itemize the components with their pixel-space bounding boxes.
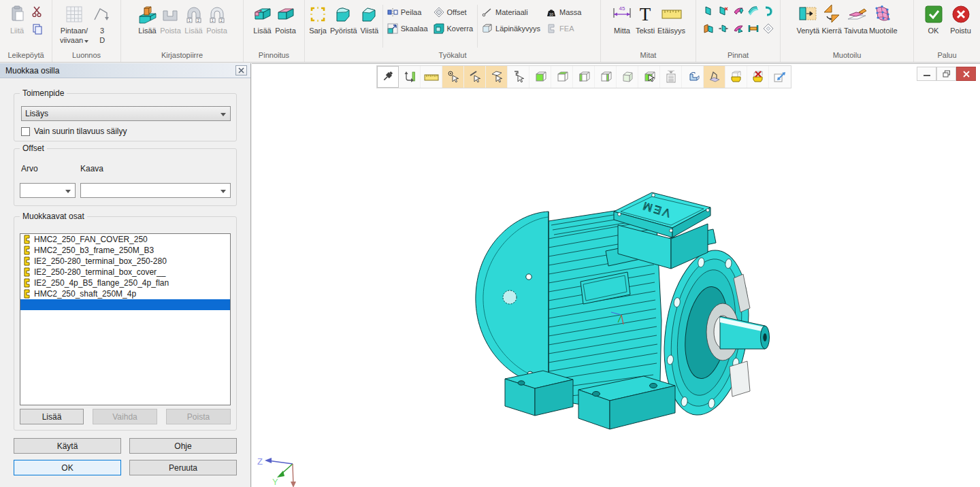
list-item[interactable]: HMC2_250_b3_frame_250M_B3 bbox=[20, 245, 230, 256]
materiaali-button[interactable]: Materiaali bbox=[479, 5, 543, 20]
dialog-cancel-button[interactable]: Peruuta bbox=[129, 460, 237, 475]
surface-extend-button[interactable] bbox=[717, 21, 730, 36]
show-solid-button[interactable] bbox=[529, 66, 551, 88]
viista-button[interactable]: Viistä bbox=[358, 2, 381, 36]
copy-button[interactable] bbox=[29, 22, 46, 37]
coating-add-button[interactable]: Lisää bbox=[251, 2, 274, 36]
group-label-surfaces: Pinnat bbox=[696, 50, 780, 62]
snap-edge-button[interactable] bbox=[464, 66, 486, 88]
apply-button[interactable]: Käytä bbox=[14, 438, 121, 454]
list-item-selected[interactable] bbox=[20, 299, 230, 310]
library-add-button[interactable]: Lisää bbox=[136, 2, 159, 36]
parts-list[interactable]: HMC2_250_FAN_COVER_250 HMC2_250_b3_frame… bbox=[20, 233, 231, 405]
poistu-label: Poistu bbox=[950, 27, 971, 35]
poistu-button[interactable]: Poistu bbox=[949, 2, 973, 36]
ribbon-group-shaping: Venytä Kierrä Taivuta Muotoile bbox=[781, 0, 914, 62]
surface-icon bbox=[703, 5, 714, 16]
parts-group-label: Muokkaavat osat bbox=[20, 212, 87, 221]
select-side-face-button[interactable] bbox=[573, 66, 595, 88]
library-add2-label: Lisää bbox=[184, 27, 202, 35]
library-remove2-button[interactable]: 12 Poista bbox=[206, 2, 229, 36]
pick-direction-button[interactable] bbox=[399, 66, 421, 88]
material-icon bbox=[482, 7, 493, 18]
ruler-toolbar-button[interactable] bbox=[421, 66, 442, 88]
mitta-label: Mitta bbox=[614, 27, 630, 35]
surface-frame-button[interactable] bbox=[747, 21, 760, 36]
library-remove-button[interactable]: Poista bbox=[159, 2, 182, 36]
surface-trim-button[interactable] bbox=[732, 21, 745, 36]
mitta-button[interactable]: 45 Mitta bbox=[610, 2, 634, 36]
mirror-icon bbox=[387, 7, 398, 18]
cut-button[interactable] bbox=[29, 4, 46, 19]
list-item[interactable]: HMC2_250_FAN_COVER_250 bbox=[20, 234, 230, 245]
dialog-close-button[interactable] bbox=[235, 65, 247, 75]
kierra-button[interactable]: Kierrä bbox=[820, 2, 843, 36]
action-select[interactable]: Lisäys bbox=[21, 106, 231, 121]
group-label-sketch: Luonnos bbox=[52, 50, 120, 62]
snap-face-button[interactable] bbox=[486, 66, 508, 88]
surface-fold-button[interactable] bbox=[702, 21, 715, 36]
library-remove2-label: Poista bbox=[206, 27, 227, 35]
koverra-button[interactable]: Koverra bbox=[431, 21, 476, 36]
close-window-button[interactable] bbox=[956, 67, 976, 81]
shaded-body-button[interactable] bbox=[617, 66, 638, 88]
surface-tube-button[interactable] bbox=[762, 3, 774, 18]
snap-point-icon bbox=[446, 70, 460, 84]
motor-3d-model[interactable]: VEM bbox=[252, 64, 980, 487]
feature-list-icon bbox=[664, 70, 678, 84]
fea-button[interactable]: FEA bbox=[543, 21, 584, 36]
select-body-button[interactable] bbox=[638, 66, 660, 88]
sarja-button[interactable]: Sarja bbox=[306, 2, 329, 36]
ok-button[interactable]: OK bbox=[922, 2, 945, 36]
minimize-button[interactable] bbox=[917, 67, 936, 81]
lapinakyvyys-button[interactable]: Läpinäkyvyys bbox=[479, 21, 543, 36]
feature-list-button[interactable] bbox=[660, 66, 682, 88]
massa-button[interactable]: 10 Massa bbox=[543, 5, 584, 20]
pin-toolbar-button[interactable] bbox=[377, 66, 399, 88]
select-top-face-button[interactable] bbox=[551, 66, 573, 88]
taivuta-button[interactable]: Taivuta bbox=[843, 2, 868, 36]
snap-point-button[interactable] bbox=[442, 66, 464, 88]
sketch-plane-button[interactable] bbox=[704, 66, 725, 88]
dialog-ok-button[interactable]: OK bbox=[14, 460, 121, 475]
select-back-face-button[interactable] bbox=[595, 66, 617, 88]
coating-remove-button[interactable]: Poista bbox=[274, 2, 297, 36]
pyorista-button[interactable]: Pyöristä bbox=[329, 2, 358, 36]
offset-button[interactable]: Offset bbox=[431, 5, 476, 20]
list-item[interactable]: IE2_250-280_terminal_box_250-280 bbox=[20, 256, 230, 267]
surface-delete-button[interactable] bbox=[717, 3, 730, 18]
tray-button[interactable] bbox=[725, 66, 747, 88]
surface-fillet-button[interactable] bbox=[732, 3, 745, 18]
muotoile-button[interactable]: Muotoile bbox=[868, 2, 898, 36]
sketch-on-surface-button[interactable]: Pintaan/ viivaan bbox=[59, 2, 89, 46]
arvo-combobox[interactable] bbox=[20, 183, 76, 198]
paste-button[interactable]: Liitä bbox=[5, 2, 29, 36]
venyta-button[interactable]: Venytä bbox=[796, 2, 820, 36]
list-item[interactable]: HMC2_250_shaft_250M_4p bbox=[20, 288, 230, 299]
help-button[interactable]: Ohje bbox=[129, 438, 237, 454]
list-item[interactable]: IE2_250-280_terminal_box_cover__ bbox=[20, 267, 230, 278]
3d-viewport[interactable]: VEM bbox=[252, 63, 980, 487]
sketch-3d-button[interactable]: 3 D bbox=[91, 2, 114, 46]
expand-view-button[interactable] bbox=[769, 66, 791, 88]
restore-button[interactable] bbox=[936, 67, 956, 81]
list-item[interactable]: IE2_250_4p_B5_flange_250_4p_flan bbox=[20, 278, 230, 288]
peilaa-button[interactable]: Peilaa bbox=[385, 5, 431, 20]
ribbon-group-tools: Sarja Pyöristä Viistä Peilaa bbox=[305, 0, 601, 62]
teksti-button[interactable]: T Teksti bbox=[634, 2, 657, 36]
etaisyys-button[interactable]: Etäisyys bbox=[657, 2, 686, 36]
tray-delete-button[interactable] bbox=[747, 66, 769, 88]
parts-change-button[interactable]: Vaihda bbox=[93, 409, 157, 424]
parts-remove-button[interactable]: Poista bbox=[166, 409, 231, 424]
close-icon bbox=[963, 71, 970, 78]
select-feature-button[interactable] bbox=[508, 66, 529, 88]
library-add2-button[interactable]: 12 Lisää bbox=[182, 2, 206, 36]
profile-button[interactable] bbox=[682, 66, 704, 88]
surface-blend-button[interactable] bbox=[747, 3, 760, 18]
kaava-combobox[interactable] bbox=[80, 183, 231, 198]
keep-volume-checkbox[interactable] bbox=[21, 127, 30, 136]
skaalaa-button[interactable]: Skaalaa bbox=[385, 21, 431, 36]
parts-add-button[interactable]: Lisää bbox=[20, 409, 84, 424]
surface-create-button[interactable] bbox=[702, 3, 715, 18]
surface-eraser-button[interactable] bbox=[762, 21, 774, 36]
